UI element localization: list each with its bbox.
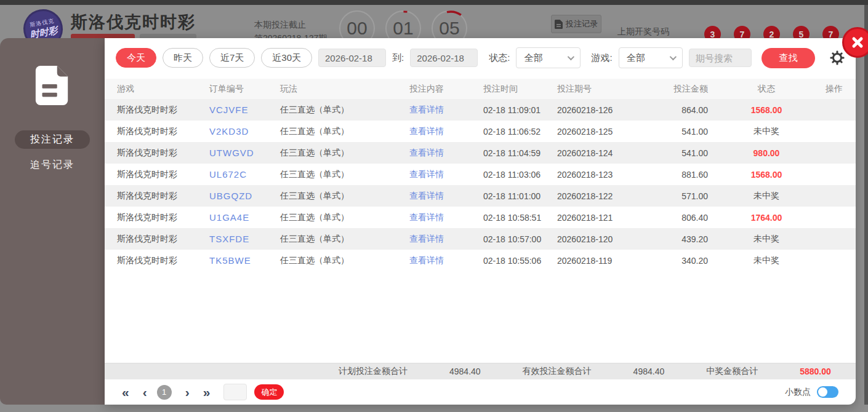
- cell-period: 20260218-124: [557, 148, 662, 158]
- header-amount: 投注金额: [662, 84, 708, 95]
- bet-record-header-label: 投注记录: [566, 18, 598, 30]
- game-label: 游戏:: [592, 52, 613, 64]
- records-document-icon: [33, 65, 71, 106]
- status-select-value: 全部: [524, 52, 542, 64]
- cell-view-detail-link[interactable]: 查看详情: [409, 234, 483, 245]
- cell-period: 20260218-120: [557, 234, 662, 244]
- cell-time: 02-18 11:01:00: [483, 191, 557, 201]
- planned-total-label: 计划投注金额合计: [339, 366, 408, 377]
- gear-icon: [830, 50, 845, 65]
- cell-time: 02-18 10:57:00: [483, 234, 557, 244]
- cell-game: 斯洛伐克时时彩: [117, 148, 209, 159]
- cell-view-detail-link[interactable]: 查看详情: [409, 255, 483, 266]
- cell-view-detail-link[interactable]: 查看详情: [409, 169, 483, 180]
- next-page-button[interactable]: ›: [185, 386, 190, 398]
- cell-order-id-link[interactable]: V2KD3D: [209, 126, 280, 137]
- to-label: 到:: [392, 52, 404, 64]
- header-action: 操作: [825, 84, 843, 95]
- planned-total-value: 4984.40: [449, 366, 481, 376]
- cell-view-detail-link[interactable]: 查看详情: [409, 212, 483, 223]
- sidebar-item-chase-records[interactable]: 追号记录: [30, 159, 74, 172]
- cell-order-id-link[interactable]: UL672C: [209, 169, 280, 180]
- records-modal-sidebar: 投注记录 追号记录: [0, 38, 105, 405]
- cell-game: 斯洛伐克时时彩: [117, 212, 209, 223]
- page-jump-input[interactable]: [223, 384, 247, 400]
- close-icon: [851, 36, 864, 49]
- filter-bar: 今天 昨天 近7天 近30天 到: 状态: 全部 游戏: 全部 查找: [105, 43, 856, 73]
- period-search-input[interactable]: [689, 49, 752, 67]
- date-from-input[interactable]: [318, 49, 386, 67]
- table-row: 斯洛伐克时时彩 V2KD3D 任三直选（单式） 查看详情 02-18 11:06…: [105, 121, 856, 142]
- cell-status: 未中奖: [708, 191, 825, 202]
- quick-filter-30days[interactable]: 近30天: [261, 48, 312, 68]
- table-body: 斯洛伐克时时彩 VCJVFE 任三直选（单式） 查看详情 02-18 11:09…: [105, 99, 856, 271]
- game-select[interactable]: 全部: [619, 47, 683, 68]
- win-total-value: 5880.00: [800, 366, 831, 376]
- deadline-label: 本期投注截止: [254, 20, 306, 31]
- cell-order-id-link[interactable]: UTWGVD: [209, 148, 280, 158]
- table-row: 斯洛伐克时时彩 TK5BWE 任三直选（单式） 查看详情 02-18 10:55…: [105, 250, 856, 271]
- cell-time: 02-18 11:06:52: [483, 127, 557, 137]
- cell-order-id-link[interactable]: UBGQZD: [209, 191, 280, 201]
- cell-game: 斯洛伐克时时彩: [117, 191, 209, 202]
- cell-play: 任三直选（单式）: [280, 191, 409, 202]
- cell-period: 20260218-122: [557, 191, 662, 201]
- header-content: 投注内容: [409, 84, 483, 95]
- first-page-button[interactable]: «: [122, 386, 129, 398]
- cell-amount: 340.20: [662, 256, 708, 266]
- cell-play: 任三直选（单式）: [280, 212, 409, 223]
- cell-game: 斯洛伐克时时彩: [117, 255, 209, 266]
- valid-total-label: 有效投注金额合计: [523, 366, 592, 377]
- cell-amount: 881.60: [662, 170, 708, 180]
- status-label: 状态:: [489, 52, 510, 64]
- cell-game: 斯洛伐克时时彩: [117, 169, 209, 180]
- cell-view-detail-link[interactable]: 查看详情: [409, 105, 483, 116]
- quick-filter-today[interactable]: 今天: [116, 48, 156, 68]
- search-button[interactable]: 查找: [762, 48, 815, 68]
- quick-filter-yesterday[interactable]: 昨天: [163, 48, 203, 68]
- header-period: 投注期号: [557, 84, 662, 95]
- table-row: 斯洛伐克时时彩 UL672C 任三直选（单式） 查看详情 02-18 11:03…: [105, 164, 856, 185]
- decimal-toggle-switch[interactable]: [817, 386, 838, 398]
- page-jump-confirm-button[interactable]: 确定: [254, 384, 284, 400]
- last-page-button[interactable]: »: [203, 386, 211, 398]
- cell-order-id-link[interactable]: TK5BWE: [209, 255, 280, 266]
- header-play: 玩法: [280, 84, 409, 95]
- valid-total-value: 4984.40: [633, 366, 665, 376]
- cell-order-id-link[interactable]: TSXFDE: [209, 234, 280, 244]
- close-modal-button[interactable]: [842, 27, 868, 58]
- cell-order-id-link[interactable]: VCJVFE: [209, 105, 280, 115]
- cell-status: 1568.00: [708, 170, 825, 180]
- document-icon: [555, 20, 563, 29]
- cell-play: 任三直选（单式）: [280, 255, 409, 266]
- totals-bar: 计划投注金额合计 4984.40 有效投注金额合计 4984.40 中奖金额合计…: [105, 363, 856, 379]
- cell-play: 任三直选（单式）: [280, 234, 409, 245]
- cell-period: 20260218-121: [557, 213, 662, 223]
- cell-amount: 439.20: [662, 234, 708, 244]
- cell-view-detail-link[interactable]: 查看详情: [409, 126, 483, 137]
- table-row: 斯洛伐克时时彩 UBGQZD 任三直选（单式） 查看详情 02-18 11:01…: [105, 185, 856, 207]
- header-status: 状态: [708, 84, 825, 95]
- status-select[interactable]: 全部: [516, 47, 580, 68]
- prev-page-button[interactable]: ‹: [143, 386, 147, 398]
- settings-button[interactable]: [830, 50, 845, 65]
- decimal-toggle-label: 小数点: [785, 387, 811, 398]
- cell-period: 20260218-123: [557, 170, 662, 180]
- game-select-value: 全部: [627, 52, 645, 64]
- last-draw-label: 上期开奖号码: [617, 26, 669, 38]
- page-scrollbar[interactable]: [864, 5, 868, 405]
- cell-period: 20260218-126: [557, 105, 662, 115]
- chevron-down-icon: [567, 53, 574, 60]
- date-to-input[interactable]: [410, 49, 478, 67]
- sidebar-item-bet-records[interactable]: 投注记录: [15, 130, 90, 149]
- cell-view-detail-link[interactable]: 查看详情: [409, 191, 483, 202]
- cell-time: 02-18 10:55:06: [483, 256, 557, 266]
- cell-view-detail-link[interactable]: 查看详情: [409, 148, 483, 159]
- cell-time: 02-18 11:03:06: [483, 170, 557, 180]
- cell-order-id-link[interactable]: U1GA4E: [209, 212, 280, 223]
- header-time: 投注时间: [483, 84, 557, 95]
- quick-filter-7days[interactable]: 近7天: [209, 48, 255, 68]
- table-row: 斯洛伐克时时彩 U1GA4E 任三直选（单式） 查看详情 02-18 10:58…: [105, 207, 856, 228]
- bet-record-header-button[interactable]: 投注记录: [551, 15, 601, 33]
- header-order-id: 订单编号: [209, 84, 280, 95]
